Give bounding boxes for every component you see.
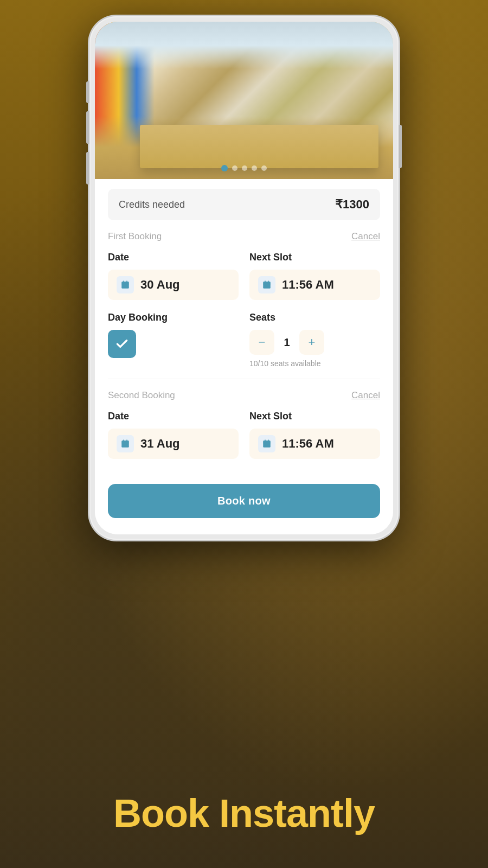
first-booking-title: First Booking xyxy=(108,231,162,242)
seats-increase-button[interactable]: + xyxy=(299,330,324,355)
first-booking-header: First Booking Cancel xyxy=(108,231,380,242)
carousel-dot-1[interactable] xyxy=(221,165,228,171)
seats-label: Seats xyxy=(249,312,380,323)
carousel-dot-3[interactable] xyxy=(242,165,247,171)
second-clock-svg xyxy=(262,439,272,449)
svg-rect-4 xyxy=(263,282,271,289)
svg-rect-8 xyxy=(121,441,129,448)
next-slot-value: 11:56 AM xyxy=(282,278,334,292)
carousel-dots xyxy=(221,165,267,171)
day-booking-checkbox[interactable] xyxy=(108,330,136,358)
second-booking-header: Second Booking Cancel xyxy=(108,390,380,401)
first-booking-section: First Booking Cancel Date xyxy=(108,231,380,368)
second-clock-icon xyxy=(258,435,275,452)
second-next-slot-label: Next Slot xyxy=(249,411,380,422)
day-booking-seats-row: Day Booking Seats − 1 + xyxy=(108,312,380,368)
seats-available-text: 10/10 seats available xyxy=(249,359,380,368)
second-next-slot-value: 11:56 AM xyxy=(282,437,334,451)
date-slot-row: Date 30 Aug xyxy=(108,252,380,300)
date-label: Date xyxy=(108,252,239,263)
phone-screen: Credits needed ₹1300 First Booking Cance… xyxy=(95,22,393,534)
checkmark-icon xyxy=(115,337,129,351)
svg-rect-0 xyxy=(121,282,129,289)
seats-control: − 1 + xyxy=(249,330,380,355)
second-date-value: 31 Aug xyxy=(140,437,180,451)
clock-icon xyxy=(258,276,275,293)
calendar-svg xyxy=(120,280,130,290)
calendar-icon xyxy=(117,276,134,293)
next-slot-input[interactable]: 11:56 AM xyxy=(249,270,380,300)
second-date-label: Date xyxy=(108,411,239,422)
first-booking-cancel[interactable]: Cancel xyxy=(351,231,380,242)
carousel-dot-2[interactable] xyxy=(232,165,237,171)
day-booking-group: Day Booking xyxy=(108,312,239,358)
book-now-button[interactable]: Book now xyxy=(108,484,380,518)
second-date-field-group: Date 31 Aug xyxy=(108,411,239,459)
phone-side-button-silent xyxy=(86,152,89,184)
second-calendar-icon xyxy=(117,435,134,452)
seats-count: 1 xyxy=(274,336,299,349)
svg-rect-12 xyxy=(263,441,271,448)
date-field-group: Date 30 Aug xyxy=(108,252,239,300)
phone-side-button-volume-up xyxy=(86,81,89,103)
next-slot-field-group: Next Slot 11:56 AM xyxy=(249,252,380,300)
seats-decrease-button[interactable]: − xyxy=(249,330,274,355)
clock-svg xyxy=(262,280,272,290)
content-area: Credits needed ₹1300 First Booking Cance… xyxy=(95,189,393,534)
phone-mockup: Credits needed ₹1300 First Booking Cance… xyxy=(89,16,399,540)
second-booking-section: Second Booking Cancel Date xyxy=(108,390,380,459)
second-date-slot-row: Date 31 Aug xyxy=(108,411,380,459)
date-input[interactable]: 30 Aug xyxy=(108,270,239,300)
carousel-image xyxy=(95,22,393,179)
seats-group: Seats − 1 + 10/10 seats available xyxy=(249,312,380,368)
phone-side-button-volume-down xyxy=(86,111,89,144)
day-booking-label: Day Booking xyxy=(108,312,239,323)
second-booking-cancel[interactable]: Cancel xyxy=(351,390,380,401)
second-booking-title: Second Booking xyxy=(108,390,175,401)
image-carousel[interactable] xyxy=(95,22,393,179)
second-next-slot-input[interactable]: 11:56 AM xyxy=(249,429,380,459)
next-slot-label: Next Slot xyxy=(249,252,380,263)
carousel-dot-4[interactable] xyxy=(252,165,257,171)
section-divider xyxy=(108,379,380,379)
credits-value: ₹1300 xyxy=(335,197,369,212)
date-value: 30 Aug xyxy=(140,278,180,292)
second-date-input[interactable]: 31 Aug xyxy=(108,429,239,459)
second-calendar-svg xyxy=(120,439,130,449)
credits-row: Credits needed ₹1300 xyxy=(108,189,380,220)
phone-side-button-power xyxy=(399,125,402,168)
book-instantly-heading: Book Instantly xyxy=(0,791,488,835)
second-next-slot-field-group: Next Slot 11:56 AM xyxy=(249,411,380,459)
carousel-dot-5[interactable] xyxy=(261,165,267,171)
credits-label: Credits needed xyxy=(119,199,185,210)
